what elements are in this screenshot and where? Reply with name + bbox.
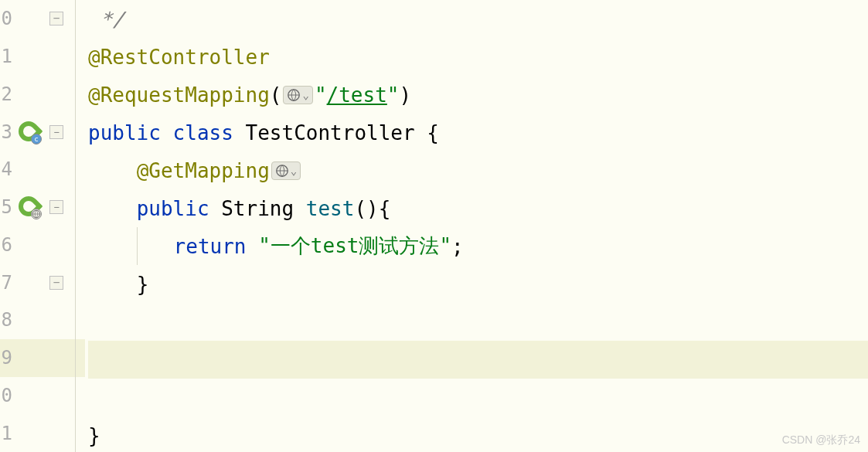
code-line[interactable]: */ (88, 0, 868, 38)
gutter-row: 3 c − (0, 113, 85, 151)
gutter-row: 1 (0, 38, 85, 76)
gutter-divider (75, 263, 76, 301)
line-number: 2 (0, 83, 14, 105)
string-quote: " (387, 83, 400, 107)
code-editor: 0 ─ 1 2 3 c − (0, 0, 868, 452)
url-mapping-hint[interactable]: ⌄ (271, 161, 301, 180)
keyword-public: public (137, 197, 209, 220)
line-number: 1 (0, 46, 14, 67)
line-number: 6 (0, 234, 14, 256)
semicolon: ; (451, 235, 464, 258)
fold-end-icon: ─ (49, 12, 63, 25)
gutter-divider (75, 301, 76, 339)
gutter-row: 5 − (0, 189, 85, 226)
string-literal: "一个test测试方法" (258, 233, 451, 260)
fold-slot[interactable]: ─ (45, 12, 68, 25)
web-badge-icon (31, 209, 42, 219)
line-number: 5 (0, 196, 14, 218)
keyword-class: class (173, 121, 233, 144)
line-number: 3 (0, 121, 14, 143)
gutter-divider (75, 75, 76, 113)
code-line[interactable]: return "一个test测试方法"; (88, 227, 868, 265)
chevron-down-icon: ⌄ (291, 165, 297, 177)
code-line[interactable]: @GetMapping⌄ (88, 151, 868, 189)
brace-open: { (415, 121, 439, 144)
code-line[interactable]: @RequestMapping(⌄"/test") (88, 76, 868, 114)
gutter-row: 1 (0, 414, 85, 452)
code-line[interactable]: @RestController (88, 38, 868, 76)
keyword-public: public (88, 121, 161, 144)
gutter-divider (75, 226, 76, 263)
method-parens: (){ (354, 197, 390, 220)
gutter-row: 4 (0, 151, 85, 189)
line-number: 9 (0, 347, 14, 369)
gutter-divider (75, 339, 76, 377)
code-line[interactable]: } (88, 416, 868, 452)
code-line-current[interactable] (88, 341, 868, 379)
line-number: 1 (0, 423, 14, 444)
method-name: test (306, 197, 355, 220)
code-line[interactable] (88, 303, 868, 341)
gutter-row: 2 (0, 76, 85, 114)
code-line[interactable]: public String test(){ (88, 189, 868, 227)
fold-slot[interactable]: − (45, 200, 68, 214)
gutter-row-current: 9 (0, 339, 85, 377)
url-path-link[interactable]: /test (327, 83, 387, 107)
gutter-divider (75, 151, 76, 189)
comment-text: */ (88, 8, 124, 31)
globe-icon (287, 88, 301, 102)
gutter-divider (75, 189, 76, 226)
line-number: 0 (0, 8, 14, 29)
gutter-row: 0 (0, 377, 85, 415)
gutter-row: 0 ─ (0, 0, 85, 38)
spring-endpoint-icon (19, 196, 40, 218)
annotation-rest-controller: @RestController (88, 46, 270, 69)
string-quote: " (315, 83, 327, 107)
annotation-request-mapping: @RequestMapping (88, 83, 270, 107)
line-number: 4 (0, 158, 14, 180)
spring-bean-icon: c (19, 121, 40, 143)
class-name: TestController (246, 121, 415, 144)
gutter: 0 ─ 1 2 3 c − (0, 0, 85, 452)
brace-close: } (88, 424, 100, 447)
gutter-row: 6 (0, 226, 85, 264)
gutter-divider (75, 414, 76, 452)
gutter-divider (75, 0, 76, 38)
fold-toggle-icon: − (49, 200, 63, 214)
globe-icon (275, 164, 289, 178)
line-number: 7 (0, 272, 14, 294)
code-area[interactable]: */ @RestController @RequestMapping(⌄"/te… (85, 0, 868, 452)
fold-slot[interactable]: − (45, 125, 68, 139)
line-number: 8 (0, 309, 14, 331)
gutter-divider (75, 38, 76, 76)
gutter-icon-slot[interactable]: c (14, 121, 45, 143)
gutter-row: 8 (0, 301, 85, 339)
line-number: 0 (0, 385, 14, 406)
code-line[interactable]: public class TestController { (88, 114, 868, 151)
controller-badge-icon: c (31, 134, 42, 144)
brace-close: } (137, 273, 149, 296)
watermark: CSDN @张乔24 (782, 433, 860, 447)
fold-slot[interactable]: ─ (45, 276, 68, 290)
paren-open: ( (270, 83, 282, 107)
annotation-get-mapping: @GetMapping (137, 159, 270, 182)
gutter-row: 7 ─ (0, 263, 85, 301)
fold-end-icon: ─ (49, 276, 63, 290)
paren-close: ) (400, 83, 412, 107)
code-line[interactable] (88, 379, 868, 416)
url-mapping-hint[interactable]: ⌄ (283, 86, 312, 104)
gutter-divider (75, 376, 76, 414)
code-line[interactable]: } (88, 265, 868, 303)
fold-toggle-icon: − (49, 125, 63, 139)
gutter-icon-slot[interactable] (14, 196, 45, 218)
return-type: String (221, 197, 294, 220)
gutter-divider (75, 113, 76, 151)
chevron-down-icon: ⌄ (302, 89, 308, 101)
keyword-return: return (174, 235, 247, 258)
